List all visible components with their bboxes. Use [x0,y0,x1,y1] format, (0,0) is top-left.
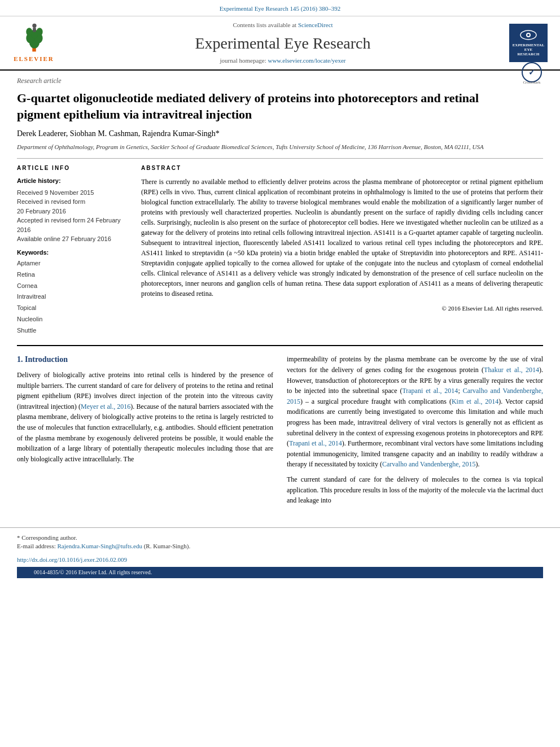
svg-rect-8 [33,28,36,32]
top-bar: Experimental Eye Research 145 (2016) 380… [0,0,560,16]
keyword-7: Shuttle [17,325,130,337]
keyword-5: Topical [17,303,130,314]
logo-text-line1: EXPERIMENTAL [513,43,545,47]
contents-line: Contents lists available at ScienceDirec… [68,21,498,29]
divider-1 [17,158,543,159]
intro-paragraph-1: Delivery of biologically active proteins… [17,370,273,464]
elsevier-wordmark: ELSEVIER [14,55,54,63]
journal-homepage: journal homepage: www.elsevier.com/locat… [68,56,498,65]
meyer-ref[interactable]: Meyer et al., 2016 [81,403,130,410]
section-divider [17,345,543,346]
keyword-1: Aptamer [17,258,130,269]
crossmark-icon: ✓ CrossMark [520,62,543,88]
homepage-link[interactable]: www.elsevier.com/locate/yexer [268,57,345,64]
body-content: 1. Introduction Delivery of biologically… [17,354,543,510]
article-type: Research article [17,76,543,86]
journal-logo-box: EXPERIMENTAL EYE RESEARCH [509,24,548,62]
received-date: Received 9 November 2015 [17,188,130,198]
intro-text-3: The current standard of care for the del… [287,474,543,506]
affiliation: Department of Ophthalmology, Program in … [17,143,543,151]
elsevier-logo: ELSEVIER [11,23,56,63]
thakur-ref[interactable]: Thakur et al., 2014 [484,366,539,374]
keywords-label: Keywords: [17,248,130,257]
body-col-right: impermeability of proteins by the plasma… [287,354,543,510]
page: Experimental Eye Research 145 (2016) 380… [0,0,560,747]
footer: * Corresponding author. E-mail address: … [0,527,560,584]
doi-link[interactable]: http://dx.doi.org/10.1016/j.exer.2016.02… [17,556,127,563]
accepted-date: Accepted in revised form 24 February 201… [17,216,130,234]
revised-label: Received in revised form [17,197,130,207]
body-col-left: 1. Introduction Delivery of biologically… [17,354,273,510]
kim-ref[interactable]: Kim et al., 2014 [452,397,498,405]
journal-center: Contents lists available at ScienceDirec… [68,21,498,65]
logo-text-line2: EYE [524,47,532,52]
intro-text-2: impermeability of proteins by the plasma… [287,354,543,470]
journal-header: ELSEVIER Contents lists available at Sci… [0,16,560,71]
svg-point-11 [527,34,530,36]
article-info-header: ARTICLE INFO [17,164,130,172]
section-1-title: 1. Introduction [17,354,273,365]
trapani-ref-1[interactable]: Trapani et al., 2014 [402,387,458,395]
abstract-paragraph: There is currently no available method t… [141,177,543,299]
revised-date: 20 February 2016 [17,207,130,216]
keyword-4: Intravitreal [17,291,130,303]
available-date: Available online 27 February 2016 [17,234,130,244]
keyword-6: Nucleolin [17,314,130,325]
corresponding-note: * Corresponding author. [17,534,543,542]
svg-point-5 [26,28,32,36]
sciencedirect-link[interactable]: ScienceDirect [298,21,333,28]
eye-logo-icon [520,29,537,41]
abstract-text: There is currently no available method t… [141,177,543,299]
article-title: G-quartet oligonucleotide mediated deliv… [17,90,480,123]
copyright: © 2016 Elsevier Ltd. All rights reserved… [141,304,543,313]
carvalho-ref-2[interactable]: Carvalho and Vandenberghe, 2015 [382,460,476,468]
history-label: Article history: [17,177,130,185]
intro-text-1: Delivery of biologically active proteins… [17,370,273,464]
svg-text:CrossMark: CrossMark [523,80,541,85]
email-note: E-mail address: Rajendra.Kumar-Singh@tuf… [17,542,543,551]
footer-bar: 0014-4835/© 2016 Elsevier Ltd. All right… [17,567,543,578]
elsevier-tree-icon [19,23,50,54]
authors: Derek Leaderer, Siobhan M. Cashman, Raje… [17,128,543,139]
keyword-3: Cornea [17,281,130,292]
journal-title: Experimental Eye Research [68,32,498,54]
trapani-ref-2[interactable]: Trapani et al., 2014 [289,439,342,447]
abstract-header: ABSTRACT [141,164,543,172]
svg-text:✓: ✓ [528,68,535,77]
intro-paragraph-2: impermeability of proteins by the plasma… [287,354,543,505]
abstract-col: ABSTRACT There is currently no available… [141,164,543,336]
svg-point-6 [36,28,42,36]
article-content: Research article ✓ CrossMark G-quartet o… [0,71,560,522]
article-info-abstract: ARTICLE INFO Article history: Received 9… [17,164,543,336]
keyword-2: Retina [17,269,130,281]
journal-ref-link[interactable]: Experimental Eye Research 145 (2016) 380… [220,5,341,12]
journal-logo-right: EXPERIMENTAL EYE RESEARCH [509,24,549,62]
article-info-col: ARTICLE INFO Article history: Received 9… [17,164,130,336]
crossmark: ✓ CrossMark [520,62,543,90]
email-link[interactable]: Rajendra.Kumar-Singh@tufts.edu [57,543,142,549]
svg-point-7 [32,24,36,28]
logo-text-line3: RESEARCH [518,52,540,56]
